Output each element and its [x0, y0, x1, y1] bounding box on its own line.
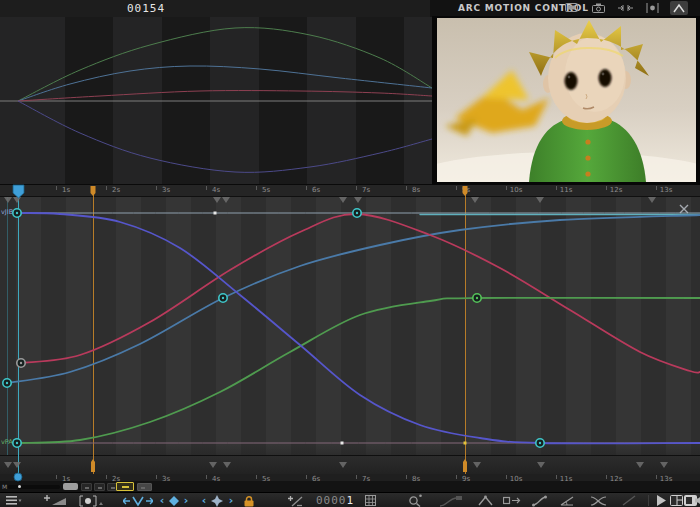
lightbox-icon[interactable]	[643, 1, 661, 15]
next-frame-icon[interactable]: ›	[226, 494, 236, 507]
header-icons	[562, 1, 700, 15]
curve-editor-graph[interactable]	[0, 197, 700, 455]
prev-frame-icon[interactable]: ‹	[199, 494, 209, 507]
play-icon[interactable]	[655, 494, 667, 507]
view-option-4-button[interactable]	[137, 483, 152, 491]
speaker-icon[interactable]	[695, 494, 700, 507]
timeline-labels-bottom: 1s2s3s4s5s6s7s8s9s10s11s12s13s	[0, 474, 700, 481]
time-tick: 10s	[510, 186, 523, 194]
time-tick: 11s	[560, 186, 573, 194]
move-keys-icon[interactable]	[502, 494, 522, 507]
scroll-position-dot	[18, 485, 21, 488]
ramp-flag-icon	[438, 494, 464, 507]
view-fit-button[interactable]	[116, 482, 134, 491]
bottom-toolbar: ‹ › ‹ › 00001	[0, 492, 700, 507]
frame-field-current: 1	[347, 494, 355, 507]
puppet-image	[437, 18, 696, 182]
time-tick: 9s	[462, 186, 470, 194]
frame-counter: 00154	[110, 2, 182, 15]
time-tick: 5s	[262, 186, 270, 194]
h-scroll-handle[interactable]	[63, 483, 78, 490]
axis-label-pan: vPAN	[1, 439, 18, 446]
frame-field-prefix: 0000	[316, 494, 347, 507]
prev-keyframe-icon[interactable]: ‹	[157, 494, 167, 507]
line-tool-icon	[620, 494, 638, 507]
time-tick: 3s	[162, 186, 170, 194]
time-tick: 4s	[212, 186, 220, 194]
arc-icon[interactable]	[476, 494, 494, 507]
header-bar: 00154 ARC MOTION CONTROL	[0, 0, 700, 17]
time-tick: 1s	[62, 186, 70, 194]
slope-tool-icon[interactable]	[286, 494, 304, 507]
arc-motion-control-window: 00154 ARC MOTION CONTROL	[0, 0, 700, 507]
velocity-icon[interactable]	[122, 494, 154, 507]
time-tick: 12s	[610, 186, 623, 194]
cross-curves-icon[interactable]	[588, 494, 608, 507]
time-tick: 8s	[412, 186, 420, 194]
trim-icon[interactable]	[616, 1, 634, 15]
add-ramp-icon[interactable]	[42, 494, 68, 507]
timeline-ruler-top[interactable]: 1s2s3s4s5s6s7s8s9s10s11s12s13s	[0, 185, 700, 197]
window-a-icon[interactable]	[669, 494, 683, 507]
video-preview-frame	[432, 16, 700, 185]
view-option-2-button[interactable]	[94, 483, 105, 491]
lock-icon[interactable]	[241, 494, 257, 507]
capture-frame-icon[interactable]	[78, 494, 104, 507]
time-tick: 13s	[660, 186, 673, 194]
zoom-tool-icon[interactable]	[406, 494, 424, 507]
display-icon[interactable]	[562, 1, 580, 15]
time-tick: 7s	[362, 186, 370, 194]
camera-icon[interactable]	[589, 1, 607, 15]
overview-graph[interactable]	[0, 17, 432, 185]
snap-icon[interactable]	[210, 494, 224, 507]
h-scroll-track[interactable]	[8, 485, 60, 489]
timeline-ruler-bottom[interactable]	[0, 455, 700, 474]
time-tick: 2s	[112, 186, 120, 194]
angle-icon[interactable]	[558, 494, 576, 507]
graph-fade	[0, 445, 700, 455]
graph-scroll-row: M	[0, 481, 700, 492]
video-preview	[437, 18, 696, 182]
keyframe-diamond-icon[interactable]	[168, 494, 180, 507]
frame-field[interactable]: 00001	[316, 494, 354, 507]
grid-icon[interactable]	[363, 494, 377, 507]
toolbar-separator	[648, 495, 649, 506]
mode-label: M	[2, 483, 7, 490]
axis-label-jib: vJIB	[1, 209, 13, 216]
graph-icon[interactable]	[670, 1, 688, 15]
time-tick: 6s	[312, 186, 320, 194]
title-bar: ARC MOTION CONTROL	[430, 0, 700, 17]
view-option-1-button[interactable]	[81, 483, 92, 491]
next-keyframe-icon[interactable]: ›	[181, 494, 191, 507]
spline-icon[interactable]	[530, 494, 548, 507]
menu-icon[interactable]	[4, 494, 24, 507]
